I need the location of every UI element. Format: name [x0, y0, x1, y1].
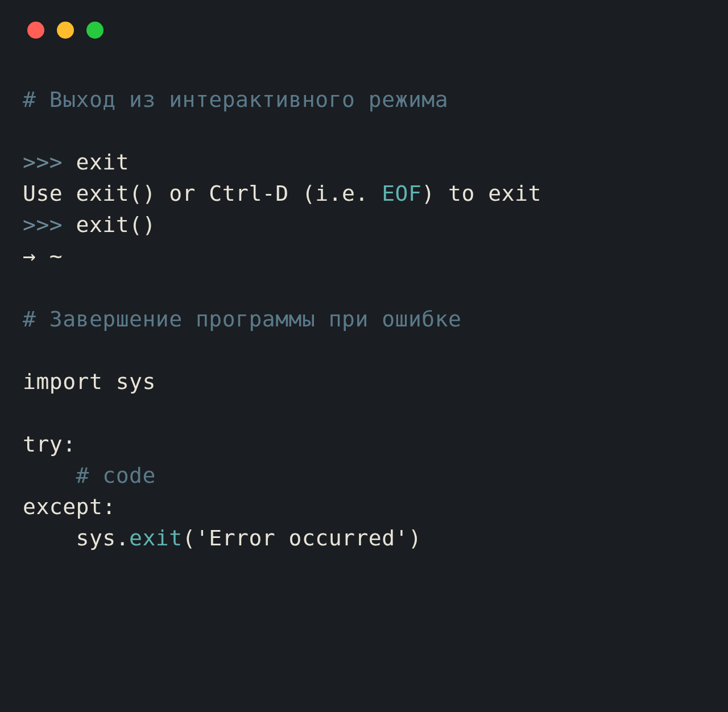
keyword-import: import [23, 369, 102, 394]
terminal-window: # Выход из интерактивного режима >>> exi… [0, 0, 728, 712]
indent [23, 463, 76, 488]
keyword-try: try: [23, 432, 76, 457]
minimize-icon[interactable] [57, 22, 74, 39]
code-block: # Выход из интерактивного режима >>> exi… [23, 84, 705, 554]
code-text: exit() [76, 212, 156, 237]
paren: ) [408, 525, 421, 550]
keyword-except: except: [23, 494, 116, 519]
traffic-lights [27, 22, 705, 39]
code-text: exit [76, 150, 130, 175]
eof-token: EOF [382, 181, 421, 206]
code-text: ) to exit [421, 181, 541, 206]
repl-prompt: >>> [23, 212, 76, 237]
comment-line: # Завершение программы при ошибке [23, 307, 461, 332]
code-text: Use exit() or Ctrl-D (i.e. [23, 181, 382, 206]
code-text: sys. [23, 525, 129, 550]
maximize-icon[interactable] [86, 22, 104, 39]
close-icon[interactable] [27, 22, 44, 39]
code-text: sys [102, 369, 156, 394]
paren: ( [183, 525, 196, 550]
string-literal: 'Error occurred' [196, 525, 408, 550]
repl-prompt: >>> [23, 150, 76, 175]
comment-line: # code [76, 463, 156, 488]
shell-prompt: → ~ [23, 243, 63, 268]
function-call: exit [129, 525, 183, 550]
comment-line: # Выход из интерактивного режима [23, 87, 448, 112]
